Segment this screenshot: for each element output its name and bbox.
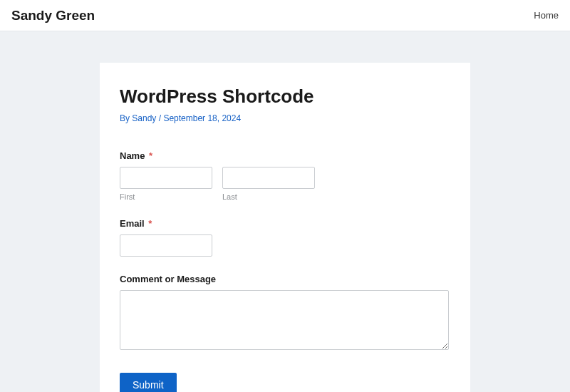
email-label-text: Email [120,218,145,229]
nav-home-link[interactable]: Home [534,10,559,21]
name-label: Name * [120,150,450,161]
byline-separator: / [156,113,163,123]
email-label: Email * [120,218,450,229]
post-card: WordPress Shortcode By Sandy / September… [100,63,470,392]
required-mark: * [148,218,152,229]
message-label: Comment or Message [120,274,450,284]
author-link[interactable]: Sandy [132,113,156,123]
required-mark: * [149,150,152,161]
first-name-sublabel: First [120,192,212,201]
first-name-input[interactable] [120,167,212,189]
site-header: Sandy Green Home [0,0,570,31]
post-date: September 18, 2024 [163,113,241,123]
post-title: WordPress Shortcode [120,86,450,108]
email-field-row: Email * [120,218,450,257]
message-textarea[interactable] [120,290,449,350]
email-input[interactable] [120,234,212,257]
first-name-col: First [120,167,212,201]
submit-button[interactable]: Submit [120,373,177,392]
site-title: Sandy Green [11,8,95,24]
byline-prefix: By [120,113,132,123]
name-field-row: Name * First Last [120,150,450,201]
last-name-sublabel: Last [222,192,315,201]
name-label-text: Name [120,150,145,161]
message-field-row: Comment or Message [120,274,450,353]
page-body: WordPress Shortcode By Sandy / September… [0,31,570,392]
last-name-col: Last [222,167,315,201]
post-byline: By Sandy / September 18, 2024 [120,113,450,123]
name-fields-group: First Last [120,167,450,201]
last-name-input[interactable] [222,167,315,189]
